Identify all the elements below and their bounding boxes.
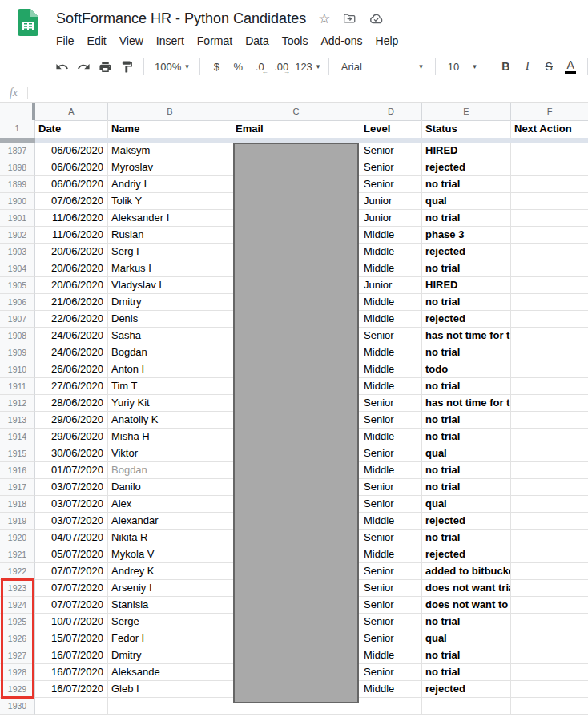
text-color-button[interactable]: A (560, 56, 582, 77)
cell-date[interactable]: 20/06/2020 (35, 277, 108, 294)
cell-next-action[interactable] (511, 580, 588, 597)
cell-date[interactable]: 07/06/2020 (35, 193, 108, 210)
cell-status[interactable]: no trial (422, 647, 511, 664)
bold-button[interactable]: B (495, 56, 517, 77)
cell-status[interactable]: has not time for tr (422, 395, 511, 412)
row-number[interactable]: 1903 (0, 244, 35, 260)
cell-email[interactable] (232, 614, 360, 630)
row-number[interactable]: 1925 (0, 614, 35, 630)
cell-level[interactable]: Senior (360, 445, 422, 462)
cell-next-action[interactable] (511, 361, 588, 378)
row-number[interactable]: 1 (0, 120, 35, 138)
select-all-corner[interactable] (0, 103, 35, 121)
cell-email[interactable] (232, 311, 360, 328)
menu-help[interactable]: Help (369, 32, 405, 50)
undo-button[interactable] (51, 56, 73, 77)
cell-name[interactable]: Viktor (108, 445, 232, 462)
cell-name[interactable] (108, 698, 232, 715)
cell-next-action[interactable] (511, 412, 588, 429)
cell-status[interactable]: qual (422, 445, 511, 462)
row-number[interactable]: 1909 (0, 344, 35, 361)
cell-name[interactable]: Yuriy Kit (108, 395, 232, 412)
row-number[interactable]: 1916 (0, 462, 35, 479)
cell-date[interactable]: 03/07/2020 (35, 513, 108, 530)
cell-next-action[interactable] (511, 563, 588, 580)
row-number[interactable]: 1905 (0, 277, 35, 294)
cell-next-action[interactable] (511, 311, 588, 328)
cell-status[interactable]: no trial (422, 210, 511, 227)
row-number[interactable]: 1913 (0, 412, 35, 429)
row-number[interactable]: 1919 (0, 513, 35, 530)
menu-insert[interactable]: Insert (150, 32, 191, 50)
cell-next-action[interactable] (511, 294, 588, 311)
cell-email[interactable] (232, 546, 360, 563)
cell-level[interactable]: Junior (360, 277, 422, 294)
cell-level[interactable]: Senior (360, 630, 422, 647)
decrease-decimal-button[interactable]: .0← (249, 56, 271, 77)
cell-email[interactable] (232, 193, 360, 210)
cell-status[interactable]: qual (422, 193, 511, 210)
cell-date[interactable]: 06/06/2020 (35, 176, 108, 193)
cell-level[interactable]: Senior (360, 530, 422, 546)
menu-data[interactable]: Data (239, 32, 276, 50)
cell-email[interactable] (232, 664, 360, 681)
cell-status[interactable]: no trial (422, 614, 511, 630)
cell-name[interactable]: Dmitry (108, 647, 232, 664)
cell-email[interactable] (232, 260, 360, 277)
cell-name[interactable]: Maksym (108, 143, 232, 159)
cell-status[interactable]: qual (422, 630, 511, 647)
cell-next-action[interactable] (511, 429, 588, 445)
cell-status[interactable]: no trial (422, 260, 511, 277)
cell-date[interactable]: 07/07/2020 (35, 597, 108, 614)
cell-status[interactable]: no trial (422, 378, 511, 395)
cell-name[interactable]: Anton I (108, 361, 232, 378)
cell-date[interactable]: 20/06/2020 (35, 244, 108, 260)
cell-next-action[interactable] (511, 244, 588, 260)
header-cell[interactable]: Email (232, 120, 360, 138)
cell-next-action[interactable] (511, 210, 588, 227)
cell-date[interactable]: 15/07/2020 (35, 630, 108, 647)
column-header-A[interactable]: A (35, 103, 108, 121)
cell-email[interactable] (232, 176, 360, 193)
row-number[interactable]: 1911 (0, 378, 35, 395)
cell-level[interactable]: Middle (360, 462, 422, 479)
header-cell[interactable]: Name (108, 120, 232, 138)
cell-status[interactable] (422, 698, 511, 715)
cell-level[interactable]: Senior (360, 176, 422, 193)
cell-status[interactable]: HIRED (422, 277, 511, 294)
cell-status[interactable]: rejected (422, 546, 511, 563)
cell-date[interactable]: 29/06/2020 (35, 429, 108, 445)
cell-date[interactable]: 29/06/2020 (35, 412, 108, 429)
cell-email[interactable] (232, 244, 360, 260)
cell-date[interactable]: 30/06/2020 (35, 445, 108, 462)
cell-level[interactable]: Middle (360, 260, 422, 277)
cell-email[interactable] (232, 159, 360, 176)
cell-status[interactable]: no trial (422, 294, 511, 311)
increase-decimal-button[interactable]: .00→ (271, 56, 292, 77)
cell-level[interactable]: Senior (360, 143, 422, 159)
menu-addons[interactable]: Add-ons (314, 32, 369, 50)
cell-name[interactable]: Bogdan (108, 462, 232, 479)
cell-next-action[interactable] (511, 647, 588, 664)
cell-name[interactable]: Aleksande (108, 664, 232, 681)
cell-email[interactable] (232, 210, 360, 227)
row-number[interactable]: 1930 (0, 698, 35, 715)
row-number[interactable]: 1917 (0, 479, 35, 496)
cell-next-action[interactable] (511, 277, 588, 294)
cell-status[interactable]: no trial (422, 479, 511, 496)
cell-status[interactable]: rejected (422, 513, 511, 530)
cell-next-action[interactable] (511, 378, 588, 395)
cell-level[interactable]: Middle (360, 647, 422, 664)
cell-level[interactable]: Middle (360, 361, 422, 378)
cell-level[interactable]: Middle (360, 344, 422, 361)
row-number[interactable]: 1922 (0, 563, 35, 580)
cell-level[interactable]: Senior (360, 395, 422, 412)
format-currency-button[interactable]: $ (206, 56, 228, 77)
cell-status[interactable]: no trial (422, 344, 511, 361)
cell-name[interactable]: Danilo (108, 479, 232, 496)
cell-level[interactable]: Junior (360, 210, 422, 227)
cell-next-action[interactable] (511, 630, 588, 647)
row-number[interactable]: 1900 (0, 193, 35, 210)
cell-next-action[interactable] (511, 344, 588, 361)
cell-date[interactable]: 04/07/2020 (35, 530, 108, 546)
